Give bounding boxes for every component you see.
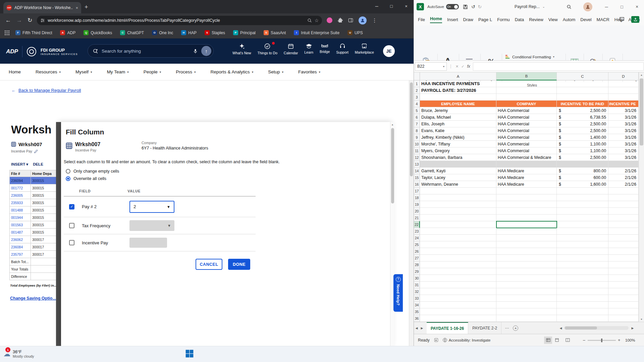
cell-B14[interactable]: HAA Medicare (496, 168, 557, 174)
row-header-30[interactable]: 30 (414, 275, 420, 282)
cell-D2[interactable] (608, 87, 639, 94)
row-header-2[interactable]: 2 (414, 87, 420, 94)
cell-A13[interactable] (420, 161, 496, 168)
column-header-A[interactable]: A (420, 72, 496, 80)
row-header-21[interactable]: 21 (414, 215, 420, 221)
cell-D32[interactable] (608, 288, 639, 295)
row-header-17[interactable]: 17 (414, 188, 420, 194)
cell-B30[interactable] (496, 275, 557, 282)
cell-A12[interactable]: Shooshanian, Barbara (420, 154, 496, 161)
autosave-toggle[interactable]: On (446, 4, 459, 9)
cell-D6[interactable]: 3/1/26 (608, 114, 639, 121)
save-icon[interactable] (463, 4, 468, 9)
cell-A23[interactable] (420, 228, 496, 235)
worksheet-cell[interactable]: 300015 (31, 206, 56, 214)
formula-input[interactable] (473, 62, 644, 71)
sheet-tab-paydate-2-2[interactable]: PAYDATE 2-2 (468, 322, 501, 334)
worksheet-cell[interactable]: 001772 (10, 184, 31, 191)
zoom-slider[interactable] (588, 340, 616, 341)
cancel-entry-icon[interactable]: ✕ (455, 64, 459, 69)
cell-A33[interactable] (420, 295, 496, 302)
menu-draw[interactable]: Draw (463, 17, 473, 22)
apps-grid-icon[interactable] (5, 31, 9, 35)
browser-close-button[interactable]: × (399, 0, 414, 12)
zoom-slider-thumb[interactable] (601, 339, 602, 342)
cell-A3[interactable] (420, 94, 496, 101)
address-bar[interactable]: workforcenow.adp.com/theme/admin.html#/P… (37, 16, 322, 25)
worksheet-row[interactable]: 001772300015 (10, 184, 56, 192)
cell-A26[interactable] (420, 248, 496, 255)
bookmark-item[interactable]: SSaasAnt (264, 30, 286, 35)
nav-people[interactable]: People▾ (144, 69, 161, 74)
cell-B23[interactable] (496, 228, 557, 235)
cell-C14[interactable]: $800.00 (557, 168, 608, 174)
cell-A18[interactable] (420, 194, 496, 201)
cell-C26[interactable] (557, 248, 608, 255)
need-help-button[interactable]: ? Need Help? (393, 274, 403, 312)
bookmark-item[interactable]: QQuickBooks (84, 30, 112, 35)
cell-A29[interactable] (420, 268, 496, 275)
cell-A20[interactable] (420, 208, 496, 215)
nav-home[interactable]: Home (9, 69, 21, 74)
cell-B29[interactable] (496, 268, 557, 275)
cell-B16[interactable]: HAA Medicare (496, 181, 557, 188)
cell-C15[interactable]: $600.00 (557, 174, 608, 181)
cell-B36[interactable] (496, 315, 557, 322)
menu-macr[interactable]: MACR (597, 17, 609, 22)
cell-D1[interactable] (608, 80, 639, 87)
user-avatar[interactable]: JE (383, 45, 395, 57)
row-header-24[interactable]: 24 (414, 235, 420, 241)
cell-A19[interactable] (420, 201, 496, 208)
done-button[interactable]: DONE (228, 259, 250, 270)
cell-D28[interactable] (608, 261, 639, 268)
cell-C27[interactable] (557, 255, 608, 261)
row-header-6[interactable]: 6 (414, 114, 420, 121)
cell-B20[interactable] (496, 208, 557, 215)
row-header-11[interactable]: 11 (414, 147, 420, 154)
share-button[interactable] (631, 16, 639, 23)
cell-B28[interactable] (496, 261, 557, 268)
worksheet-row[interactable]: 236094300015 (10, 177, 56, 184)
weather-widget[interactable]: ☁ 36°F Mostly cloudy (3, 348, 34, 360)
row-header-25[interactable]: 25 (414, 241, 420, 248)
cell-A25[interactable] (420, 241, 496, 248)
cell-D4[interactable]: INCENTIVE PE (608, 101, 639, 107)
cell-D29[interactable] (608, 268, 639, 275)
cell-B2[interactable] (496, 87, 557, 94)
cell-C10[interactable]: $1,100.00 (557, 141, 608, 147)
cell-B4[interactable]: COMPANY (496, 101, 557, 107)
row-header-14[interactable]: 14 (414, 168, 420, 174)
delete-button[interactable]: DELE (33, 162, 43, 166)
worksheet-cell[interactable]: 001487 (10, 229, 31, 236)
undo-icon[interactable]: ↺ (471, 4, 475, 9)
cell-B32[interactable] (496, 288, 557, 295)
cell-A27[interactable] (420, 255, 496, 261)
cell-B33[interactable] (496, 295, 557, 302)
worksheet-cell[interactable]: 235797 (10, 251, 31, 258)
cell-C33[interactable] (557, 295, 608, 302)
bookmark-item[interactable]: CChatGPT (120, 30, 144, 35)
cell-D33[interactable] (608, 295, 639, 302)
cell-C36[interactable] (557, 315, 608, 322)
whats-new-button[interactable]: What's New (232, 43, 251, 55)
row-header-18[interactable]: 18 (414, 194, 420, 201)
hscrollbar-track[interactable] (564, 326, 629, 330)
cell-B12[interactable]: HAA Commercial & Medicare (496, 154, 557, 161)
cell-D25[interactable] (608, 241, 639, 248)
worksheet-cell[interactable]: 001944 (10, 214, 31, 221)
hscroll-left-icon[interactable]: ◀ (558, 322, 564, 334)
cell-A24[interactable] (420, 235, 496, 241)
cell-D12[interactable]: 3/1/26 (608, 154, 639, 161)
cell-D10[interactable]: 3/1/26 (608, 141, 639, 147)
scrollbar-thumb[interactable] (391, 128, 394, 203)
worksheet-cell[interactable]: 236062 (10, 236, 31, 243)
cell-B7[interactable]: HAA Commercial (496, 121, 557, 127)
cell-D36[interactable] (608, 315, 639, 322)
cell-D14[interactable]: 2/1/26 (608, 168, 639, 174)
back-icon[interactable]: ← (5, 17, 11, 24)
cell-B5[interactable]: HAA Commercial (496, 107, 557, 114)
bridge-button[interactable]: Bridge (320, 43, 330, 55)
bookmark-item[interactable]: AADP (60, 30, 75, 35)
cell-A17[interactable] (420, 188, 496, 194)
cell-D31[interactable] (608, 282, 639, 288)
